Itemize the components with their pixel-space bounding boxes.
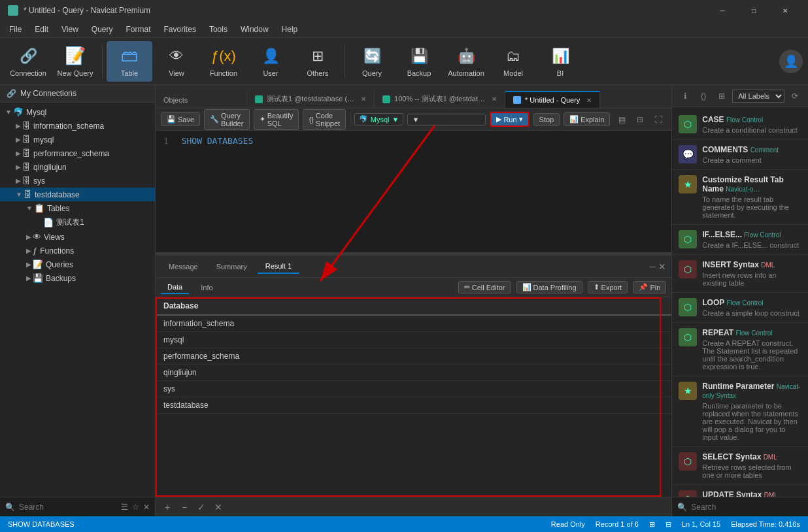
tree-item-backups[interactable]: ▶ 💾 Backups [0,271,155,285]
tree-item-mysql-db[interactable]: ▶ 🗄 mysql [0,133,155,146]
table-row[interactable]: testdatabase [156,397,671,414]
summary-tab[interactable]: Summary [209,260,255,273]
table-row[interactable]: information_schema [156,315,671,332]
tree-item-information-schema[interactable]: ▶ 🗄 information_schema [0,119,155,133]
info-sub-tab[interactable]: Info [194,282,219,293]
label-filter-select[interactable]: All Labels [732,90,784,103]
toolbar-others[interactable]: ⊞ Others [295,41,341,82]
toolbar-user[interactable]: 👤 User [248,41,294,82]
tree-item-functions[interactable]: ▶ ƒ Functions [0,244,155,258]
tree-item-qingliujun[interactable]: ▶ 🗄 qingliujun [0,160,155,174]
snippets-search-input[interactable] [691,503,803,512]
add-row-button[interactable]: + [161,501,174,514]
close-query-tab[interactable]: ✕ [586,97,592,104]
sql-editor[interactable]: 1 SHOW DATABASES [156,131,671,183]
db-selector[interactable]: 🐬 Mysql ▼ [354,113,404,125]
table-row[interactable]: mysql [156,332,671,348]
toolbar-automation[interactable]: 🤖 Automation [443,41,489,82]
tree-item-views[interactable]: ▶ 👁 Views [0,230,155,244]
tree-item-sys[interactable]: ▶ 🗄 sys [0,174,155,188]
snippet-comments[interactable]: 💬 COMMENTS Comment Create a comment [672,140,808,170]
run-button[interactable]: ▶ Run ▾ [490,112,529,127]
stop-button[interactable]: Stop [533,113,560,126]
menu-format[interactable]: Format [120,24,158,35]
tab-objects[interactable]: Objects [156,91,247,108]
tab-untitled-query[interactable]: * Untitled - Query ✕ [505,91,600,108]
toolbar-function[interactable]: ƒ(x) Function [201,41,246,82]
snippets-search-bar[interactable]: 🔍 [672,497,808,516]
tree-item-cjk-table[interactable]: ▶ 📄 测试表1 [0,215,155,230]
beautify-button[interactable]: ✦ Beautify SQL [254,109,299,130]
data-sub-tab[interactable]: Data [161,281,189,294]
menu-window[interactable]: Window [234,24,275,35]
remove-row-button[interactable]: − [178,501,191,514]
expand-icon[interactable]: ⛶ [650,112,666,127]
snippet-update[interactable]: ⬡ UPDATE Syntax DML Updates columns of e… [672,485,808,497]
tree-item-testdatabase[interactable]: ▼ 🗄 testdatabase [0,188,155,201]
toolbar-backup[interactable]: 💾 Backup [396,41,442,82]
cell-editor-button[interactable]: ✏ Cell Editor [458,281,511,293]
param-selector[interactable]: ▼ [407,114,486,125]
sort-icon[interactable]: ☰ [121,503,128,512]
menu-edit[interactable]: Edit [28,24,55,35]
snippet-loop[interactable]: ⬡ LOOP Flow Control Create a simple loop… [672,293,808,323]
snippet-runtime[interactable]: ★ Runtime Parameter Navicat-only Syntax … [672,376,808,447]
maximize-button[interactable]: □ [739,0,769,21]
toolbar-bi[interactable]: 📊 BI [537,41,583,82]
toolbar-view[interactable]: 👁 View [154,41,199,82]
snippet-case[interactable]: ⬡ CASE Flow Control Create a conditional… [672,110,808,140]
tree-item-tables[interactable]: ▼ 📋 Tables [0,201,155,215]
message-tab[interactable]: Message [161,260,206,273]
menu-file[interactable]: File [3,24,28,35]
snippet-select[interactable]: ⬡ SELECT Syntax DML Retrieve rows select… [672,447,808,485]
query-builder-button[interactable]: 🔧 Query Builder [204,109,250,130]
info-icon[interactable]: ℹ [677,88,693,104]
table-row[interactable]: performance_schema [156,348,671,365]
toolbar-profile[interactable]: 👤 [779,50,803,73]
sidebar-search-input[interactable] [19,503,117,512]
grid-icon[interactable]: ⊞ [714,88,730,104]
refresh-icon[interactable]: ⟳ [787,88,803,104]
close-results-btn[interactable]: ✕ [658,261,666,272]
confirm-edit-button[interactable]: ✓ [195,501,208,514]
single-row-icon[interactable]: ▤ [614,112,630,127]
menu-view[interactable]: View [55,24,85,35]
table-row[interactable]: qingliujun [156,365,671,381]
explain-button[interactable]: 📊 Explain [564,112,610,126]
status-grid-icon[interactable]: ⊞ [649,520,655,529]
discard-edit-button[interactable]: ✕ [212,501,225,514]
minimize-results-btn[interactable]: ─ [649,261,656,272]
data-profiling-button[interactable]: 📊 Data Profiling [516,281,582,293]
snippet-ifelse[interactable]: ⬡ IF...ELSE... Flow Control Create a IF.… [672,225,808,255]
tree-item-mysql[interactable]: ▼ 🐬 Mysql [0,105,155,119]
tab-cjk-table[interactable]: 测试表1 @testdatabase (… ✕ [247,90,375,108]
tree-item-performance-schema[interactable]: ▶ 🗄 performance_schema [0,146,155,160]
pin-button[interactable]: 📌 Pin [633,281,666,293]
menu-tools[interactable]: Tools [203,24,234,35]
menu-help[interactable]: Help [275,24,305,35]
brackets-icon[interactable]: () [696,88,711,104]
snippet-repeat[interactable]: ⬡ REPEAT Flow Control Create A REPEAT co… [672,323,808,376]
snippet-customize[interactable]: ★ Customize Result Tab Name Navicat-o… T… [672,170,808,225]
result1-tab[interactable]: Result 1 [258,259,299,274]
tree-item-queries[interactable]: ▶ 📝 Queries [0,258,155,271]
snippet-insert[interactable]: ⬡ INSERT Syntax DML Insert new rows into… [672,255,808,293]
minimize-button[interactable]: ─ [707,0,737,21]
toolbar-query[interactable]: 🔄 Query [349,41,395,82]
close-button[interactable]: ✕ [770,0,800,21]
save-button[interactable]: 💾 Save [161,112,200,126]
toolbar-new-query[interactable]: 📝 New Query [52,41,98,82]
star-icon[interactable]: ☆ [132,503,139,512]
menu-favorites[interactable]: Favorites [158,24,203,35]
status-grid-icon2[interactable]: ⊟ [665,520,671,529]
sidebar-search-bar[interactable]: 🔍 ☰ ☆ ✕ [0,497,155,516]
menu-query[interactable]: Query [85,24,120,35]
toolbar-connection[interactable]: 🔗 Connection [5,41,51,82]
snippet-button[interactable]: {} Code Snippet [303,109,346,130]
clear-search-icon[interactable]: ✕ [143,503,150,512]
split-icon[interactable]: ⊟ [632,112,648,127]
close-100-tab[interactable]: ✕ [492,95,497,103]
export-button[interactable]: ⬆ Export [588,281,628,293]
close-cjk-tab[interactable]: ✕ [361,95,366,103]
toolbar-table[interactable]: 🗃 Table [107,41,152,82]
